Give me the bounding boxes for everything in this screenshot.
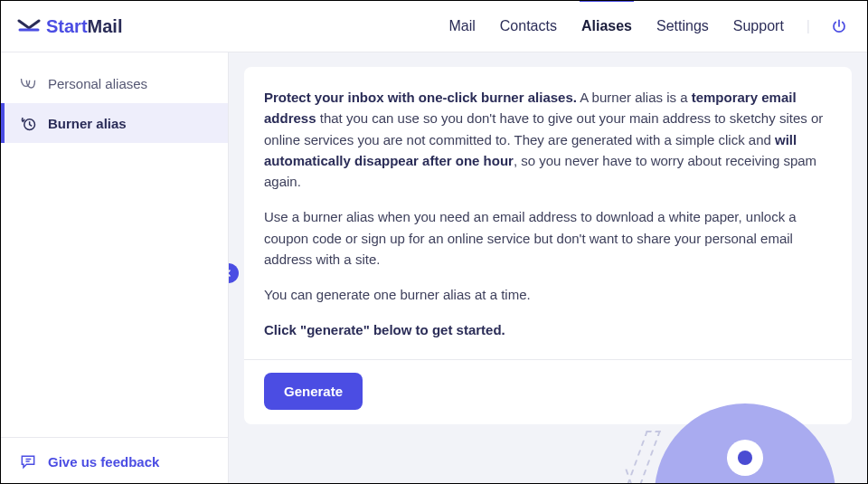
- logo[interactable]: StartMail: [17, 16, 122, 37]
- burner-info-card: Protect your inbox with one-click burner…: [244, 67, 852, 424]
- card-body: Protect your inbox with one-click burner…: [244, 67, 852, 359]
- intro-paragraph-1: Protect your inbox with one-click burner…: [264, 87, 832, 192]
- sidebar-item-label: Burner alias: [48, 116, 127, 131]
- card-footer: Generate: [244, 359, 852, 424]
- intro-paragraph-2: Use a burner alias when you need an emai…: [264, 206, 832, 270]
- sidebar-item-label: Personal aliases: [48, 76, 147, 91]
- power-icon[interactable]: [831, 18, 847, 34]
- nav-contacts[interactable]: Contacts: [498, 2, 559, 51]
- logo-text-start: Start: [46, 16, 88, 36]
- nav-divider: |: [807, 18, 810, 34]
- nav-mail[interactable]: Mail: [447, 2, 476, 51]
- sidebar-personal-aliases[interactable]: Personal aliases: [1, 63, 228, 103]
- logo-text-mail: Mail: [88, 16, 123, 36]
- collapse-sidebar-button[interactable]: [229, 263, 239, 283]
- intro-text: A burner alias is a: [577, 90, 692, 105]
- main-content: Protect your inbox with one-click burner…: [229, 52, 867, 484]
- intro-text: that you can use so you don't have to gi…: [264, 110, 823, 147]
- envelope-icon: [17, 18, 41, 34]
- burner-icon: [19, 114, 37, 132]
- nav-support[interactable]: Support: [731, 2, 786, 51]
- nav-settings[interactable]: Settings: [655, 2, 711, 51]
- masks-icon: [19, 74, 37, 92]
- intro-paragraph-4: Click "generate" below to get started.: [264, 319, 832, 340]
- feedback-icon: [19, 452, 37, 470]
- main-nav: Mail Contacts Aliases Settings Support: [447, 2, 785, 51]
- intro-bold-1: Protect your inbox with one-click burner…: [264, 90, 577, 105]
- intro-bold-4: Click "generate" below to get started.: [264, 322, 505, 337]
- feedback-link[interactable]: Give us feedback: [1, 437, 228, 484]
- sidebar-burner-alias[interactable]: Burner alias: [1, 103, 228, 143]
- nav-aliases[interactable]: Aliases: [580, 0, 634, 51]
- generate-button[interactable]: Generate: [264, 373, 363, 410]
- header: StartMail Mail Contacts Aliases Settings…: [1, 1, 867, 52]
- sidebar: Personal aliases Burner alias Give us fe…: [1, 52, 229, 484]
- feedback-label: Give us feedback: [48, 454, 159, 470]
- header-nav: Mail Contacts Aliases Settings Support |: [447, 2, 847, 51]
- intro-paragraph-3: You can generate one burner alias at a t…: [264, 284, 832, 305]
